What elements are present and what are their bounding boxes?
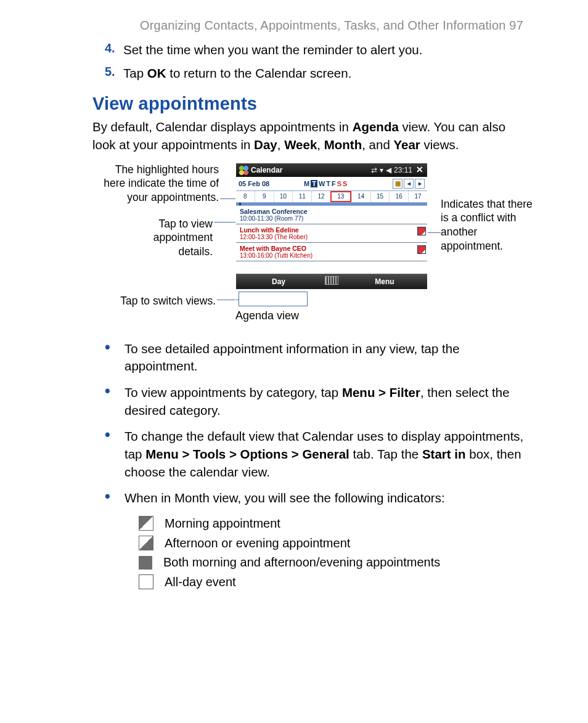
phone-softkey-bar: Day Menu — [236, 274, 427, 289]
evening-indicator-icon — [139, 536, 153, 550]
intro-paragraph: By default, Calendar displays appointmen… — [92, 118, 526, 153]
bullet-text: To view appointments by category, tap Me… — [125, 384, 551, 419]
numbered-steps: 4. Set the time when you want the remind… — [92, 41, 551, 81]
dow-m[interactable]: M — [304, 180, 309, 187]
daynum[interactable]: 14 — [351, 191, 370, 202]
callout-hours: The highlighted hours here indicate the … — [92, 163, 219, 205]
text: views. — [420, 137, 459, 152]
keyboard-icon — [325, 276, 338, 285]
daynum[interactable]: 16 — [389, 191, 408, 202]
daynum[interactable]: 8 — [236, 191, 255, 202]
daynum[interactable]: 9 — [255, 191, 274, 202]
phone-datebar: 05 Feb 08 M T W T F S S ▦ ◂ ▸ — [236, 177, 427, 191]
dow-f[interactable]: F — [332, 180, 336, 187]
bold: Year — [394, 137, 420, 152]
text: Tap — [123, 66, 147, 80]
figure-agenda-view: The highlighted hours here indicate the … — [92, 163, 551, 329]
next-week-button[interactable]: ▸ — [415, 179, 425, 189]
dow-s2[interactable]: S — [343, 180, 347, 187]
running-head: Organizing Contacts, Appointments, Tasks… — [92, 18, 551, 33]
indicator-row: Morning appointment — [139, 516, 551, 531]
bold: Day — [254, 137, 277, 152]
daynum-selected[interactable]: 13 — [330, 191, 351, 202]
appointment-item[interactable]: Lunch with Edeline 12:00-13:30 (The Robe… — [236, 224, 427, 243]
bullet-mark: • — [105, 384, 125, 419]
step-5: 5. Tap OK to return to the Calendar scre… — [105, 65, 551, 82]
both-indicator-icon — [139, 556, 152, 570]
calendar-icon[interactable]: ▦ — [393, 179, 402, 189]
daynum[interactable]: 12 — [311, 191, 330, 202]
appointment-time: 13:00-16:00 (Tutti Kitchen) — [240, 252, 423, 259]
bullet-text: To change the default view that Calendar… — [125, 428, 551, 481]
indicator-row: Afternoon or evening appointment — [139, 536, 551, 550]
current-date: 05 Feb 08 — [239, 180, 269, 187]
daynum[interactable]: 11 — [292, 191, 311, 202]
bullet-text: To see detailed appointment information … — [125, 340, 551, 375]
leader-line — [214, 222, 239, 223]
bullet-list: • To see detailed appointment informatio… — [105, 340, 551, 508]
callout-switch: Tap to switch views. — [99, 294, 216, 308]
indicator-legend: Morning appointment Afternoon or evening… — [139, 516, 551, 589]
text: To view appointments by category, tap — [125, 385, 342, 399]
text: By default, Calendar displays appointmen… — [92, 120, 353, 134]
indicator-label: Morning appointment — [165, 517, 280, 531]
bold: Start in — [422, 447, 466, 461]
appointment-item[interactable]: Salesman Conference 10:00-11:30 (Room 77… — [236, 206, 427, 224]
day-of-week-strip[interactable]: M T W T F S S — [304, 180, 347, 187]
dow-t-selected[interactable]: T — [311, 180, 317, 187]
indicator-row: Both morning and afternoon/evening appoi… — [139, 555, 551, 570]
prev-week-button[interactable]: ◂ — [404, 179, 414, 189]
step-number: 4. — [105, 41, 123, 59]
indicator-label: All-day event — [165, 575, 236, 589]
clock-text: 23:11 — [394, 166, 412, 174]
softkey-left[interactable]: Day — [236, 277, 321, 286]
day-number-strip[interactable]: 8 9 10 11 12 13 14 15 16 17 — [236, 191, 427, 203]
text: , — [317, 137, 324, 152]
conflict-icon — [417, 227, 426, 235]
bullet-mark: • — [105, 428, 125, 481]
indicator-label: Afternoon or evening appointment — [165, 536, 350, 550]
bullet-item: • When in Month view, you will see the f… — [105, 489, 551, 507]
appointment-name: Lunch with Edeline — [240, 226, 423, 234]
windows-icon — [239, 165, 248, 175]
bold: Menu > Filter — [342, 385, 420, 399]
appointment-name: Meet with Bayne CEO — [240, 245, 423, 252]
close-icon[interactable]: ✕ — [415, 165, 425, 175]
bold: Menu > Tools > Options > General — [145, 447, 349, 461]
dow-t2[interactable]: T — [326, 180, 330, 187]
conflict-icon — [417, 245, 426, 254]
leader-line — [220, 198, 237, 199]
step-4: 4. Set the time when you want the remind… — [105, 41, 551, 59]
callout-conflict: Indicates that there is a conflict with … — [441, 197, 539, 253]
daynum[interactable]: 15 — [370, 191, 390, 202]
volume-icon: ◀ — [386, 166, 391, 174]
dow-s[interactable]: S — [337, 180, 341, 187]
step-text: Set the time when you want the reminder … — [123, 41, 422, 59]
appointment-item[interactable]: Meet with Bayne CEO 13:00-16:00 (Tutti K… — [236, 243, 427, 261]
text: , — [277, 137, 284, 152]
daynum[interactable]: 10 — [274, 191, 293, 202]
appointment-list: Salesman Conference 10:00-11:30 (Room 77… — [236, 206, 427, 274]
appointment-time: 10:00-11:30 (Room 77) — [240, 215, 423, 222]
section-heading: View appointments — [92, 94, 551, 114]
morning-indicator-icon — [139, 516, 153, 531]
softkey-right[interactable]: Menu — [342, 277, 427, 286]
text: tab. Tap the — [349, 447, 422, 461]
sync-icon: ⇄ — [371, 166, 377, 174]
manual-page: Organizing Contacts, Appointments, Tasks… — [0, 0, 588, 619]
dow-w[interactable]: W — [319, 180, 325, 187]
bold: Month — [324, 137, 362, 152]
bullet-mark: • — [105, 489, 125, 507]
allday-indicator-icon — [139, 574, 153, 589]
bullet-item: • To see detailed appointment informatio… — [105, 340, 551, 375]
step-number: 5. — [105, 65, 123, 82]
daynum[interactable]: 17 — [408, 191, 427, 202]
softkey-keyboard[interactable] — [321, 276, 342, 287]
indicator-label: Both morning and afternoon/evening appoi… — [163, 555, 440, 570]
bold: OK — [147, 66, 166, 80]
step-text: Tap OK to return to the Calendar screen. — [123, 65, 351, 82]
indicator-row: All-day event — [139, 574, 551, 589]
callout-details: Tap to view appointment details. — [136, 217, 213, 259]
bold: Week — [284, 137, 317, 152]
phone-titlebar: Calendar ⇄ ▾ ◀ 23:11 ✕ — [236, 163, 427, 177]
